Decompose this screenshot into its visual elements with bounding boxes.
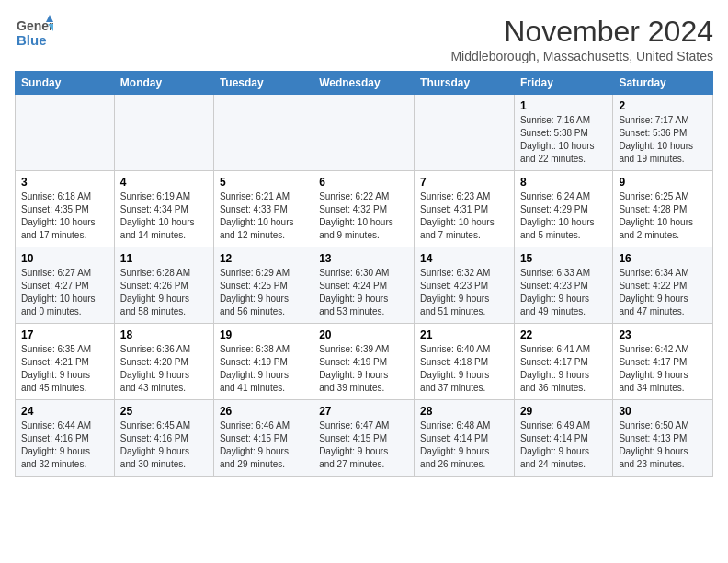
calendar-cell: 2Sunrise: 7:17 AM Sunset: 5:36 PM Daylig… [613,95,713,171]
day-number: 29 [520,405,607,418]
day-number: 16 [619,252,707,265]
day-number: 5 [220,176,307,189]
day-number: 19 [220,328,307,341]
calendar-cell: 18Sunrise: 6:36 AM Sunset: 4:20 PM Dayli… [114,324,213,400]
day-info: Sunrise: 7:17 AM Sunset: 5:36 PM Dayligh… [619,114,707,166]
day-number: 27 [319,405,408,418]
header: General Blue November 2024 Middleborough… [15,15,713,63]
day-info: Sunrise: 6:27 AM Sunset: 4:27 PM Dayligh… [21,267,108,318]
day-number: 11 [120,252,208,265]
calendar-cell: 19Sunrise: 6:38 AM Sunset: 4:19 PM Dayli… [213,324,313,400]
weekday-saturday: Saturday [613,72,713,95]
calendar-header: SundayMondayTuesdayWednesdayThursdayFrid… [16,72,713,95]
calendar-cell [114,95,213,171]
calendar-cell: 11Sunrise: 6:28 AM Sunset: 4:26 PM Dayli… [114,247,213,324]
calendar-cell: 27Sunrise: 6:47 AM Sunset: 4:15 PM Dayli… [313,400,415,477]
day-info: Sunrise: 6:29 AM Sunset: 4:25 PM Dayligh… [220,267,307,318]
day-number: 30 [619,405,707,418]
day-number: 2 [619,99,707,112]
day-number: 9 [619,176,707,189]
day-info: Sunrise: 6:44 AM Sunset: 4:16 PM Dayligh… [21,419,108,471]
calendar-cell: 23Sunrise: 6:42 AM Sunset: 4:17 PM Dayli… [613,324,713,400]
day-info: Sunrise: 6:19 AM Sunset: 4:34 PM Dayligh… [120,190,208,242]
calendar-cell: 15Sunrise: 6:33 AM Sunset: 4:23 PM Dayli… [514,247,612,324]
weekday-thursday: Thursday [415,72,515,95]
weekday-monday: Monday [114,72,213,95]
day-info: Sunrise: 6:28 AM Sunset: 4:26 PM Dayligh… [120,267,208,318]
calendar-cell: 1Sunrise: 7:16 AM Sunset: 5:38 PM Daylig… [514,95,612,171]
day-info: Sunrise: 6:50 AM Sunset: 4:13 PM Dayligh… [619,419,707,471]
day-info: Sunrise: 6:22 AM Sunset: 4:32 PM Dayligh… [319,190,408,242]
day-number: 14 [420,252,508,265]
week-row-2: 10Sunrise: 6:27 AM Sunset: 4:27 PM Dayli… [16,247,713,324]
day-info: Sunrise: 6:47 AM Sunset: 4:15 PM Dayligh… [319,419,408,471]
calendar-cell: 5Sunrise: 6:21 AM Sunset: 4:33 PM Daylig… [213,171,313,247]
calendar-cell: 28Sunrise: 6:48 AM Sunset: 4:14 PM Dayli… [415,400,515,477]
day-info: Sunrise: 6:33 AM Sunset: 4:23 PM Dayligh… [520,267,607,318]
day-info: Sunrise: 6:49 AM Sunset: 4:14 PM Dayligh… [520,419,607,471]
day-info: Sunrise: 6:42 AM Sunset: 4:17 PM Dayligh… [619,343,707,395]
day-info: Sunrise: 6:21 AM Sunset: 4:33 PM Dayligh… [220,190,307,242]
calendar-cell: 21Sunrise: 6:40 AM Sunset: 4:18 PM Dayli… [415,324,515,400]
weekday-friday: Friday [514,72,612,95]
calendar-cell: 14Sunrise: 6:32 AM Sunset: 4:23 PM Dayli… [415,247,515,324]
day-info: Sunrise: 6:38 AM Sunset: 4:19 PM Dayligh… [220,343,307,395]
day-number: 10 [21,252,108,265]
day-info: Sunrise: 6:18 AM Sunset: 4:35 PM Dayligh… [21,190,108,242]
day-number: 8 [520,176,607,189]
day-number: 25 [120,405,208,418]
day-number: 23 [619,328,707,341]
day-info: Sunrise: 6:41 AM Sunset: 4:17 PM Dayligh… [520,343,607,395]
weekday-header-row: SundayMondayTuesdayWednesdayThursdayFrid… [16,72,713,95]
calendar-body: 1Sunrise: 7:16 AM Sunset: 5:38 PM Daylig… [16,95,713,477]
day-info: Sunrise: 6:39 AM Sunset: 4:19 PM Dayligh… [319,343,408,395]
calendar-cell: 20Sunrise: 6:39 AM Sunset: 4:19 PM Dayli… [313,324,415,400]
logo: General Blue [15,15,53,50]
day-info: Sunrise: 6:40 AM Sunset: 4:18 PM Dayligh… [420,343,508,395]
weekday-tuesday: Tuesday [213,72,313,95]
calendar-cell: 30Sunrise: 6:50 AM Sunset: 4:13 PM Dayli… [613,400,713,477]
logo-icon: General Blue [15,15,53,50]
day-number: 20 [319,328,408,341]
day-number: 22 [520,328,607,341]
calendar-cell: 4Sunrise: 6:19 AM Sunset: 4:34 PM Daylig… [114,171,213,247]
day-info: Sunrise: 6:32 AM Sunset: 4:23 PM Dayligh… [420,267,508,318]
calendar-cell: 22Sunrise: 6:41 AM Sunset: 4:17 PM Dayli… [514,324,612,400]
calendar: SundayMondayTuesdayWednesdayThursdayFrid… [15,71,713,477]
calendar-cell: 3Sunrise: 6:18 AM Sunset: 4:35 PM Daylig… [16,171,115,247]
calendar-cell [16,95,115,171]
day-number: 24 [21,405,108,418]
week-row-4: 24Sunrise: 6:44 AM Sunset: 4:16 PM Dayli… [16,400,713,477]
day-number: 6 [319,176,408,189]
day-info: Sunrise: 7:16 AM Sunset: 5:38 PM Dayligh… [520,114,607,166]
week-row-3: 17Sunrise: 6:35 AM Sunset: 4:21 PM Dayli… [16,324,713,400]
calendar-cell [313,95,415,171]
calendar-cell: 17Sunrise: 6:35 AM Sunset: 4:21 PM Dayli… [16,324,115,400]
day-number: 28 [420,405,508,418]
calendar-cell: 9Sunrise: 6:25 AM Sunset: 4:28 PM Daylig… [613,171,713,247]
day-info: Sunrise: 6:30 AM Sunset: 4:24 PM Dayligh… [319,267,408,318]
calendar-cell: 26Sunrise: 6:46 AM Sunset: 4:15 PM Dayli… [213,400,313,477]
day-number: 21 [420,328,508,341]
day-number: 26 [220,405,307,418]
calendar-cell: 16Sunrise: 6:34 AM Sunset: 4:22 PM Dayli… [613,247,713,324]
calendar-cell [415,95,515,171]
calendar-cell: 6Sunrise: 6:22 AM Sunset: 4:32 PM Daylig… [313,171,415,247]
calendar-cell: 13Sunrise: 6:30 AM Sunset: 4:24 PM Dayli… [313,247,415,324]
day-info: Sunrise: 6:35 AM Sunset: 4:21 PM Dayligh… [21,343,108,395]
weekday-wednesday: Wednesday [313,72,415,95]
day-number: 1 [520,99,607,112]
svg-text:Blue: Blue [17,32,47,48]
calendar-cell: 7Sunrise: 6:23 AM Sunset: 4:31 PM Daylig… [415,171,515,247]
day-number: 18 [120,328,208,341]
weekday-sunday: Sunday [16,72,115,95]
calendar-cell: 24Sunrise: 6:44 AM Sunset: 4:16 PM Dayli… [16,400,115,477]
day-number: 7 [420,176,508,189]
day-number: 12 [220,252,307,265]
day-number: 15 [520,252,607,265]
calendar-cell: 10Sunrise: 6:27 AM Sunset: 4:27 PM Dayli… [16,247,115,324]
day-number: 13 [319,252,408,265]
subtitle: Middleborough, Massachusetts, United Sta… [450,49,713,63]
day-info: Sunrise: 6:48 AM Sunset: 4:14 PM Dayligh… [420,419,508,471]
day-info: Sunrise: 6:23 AM Sunset: 4:31 PM Dayligh… [420,190,508,242]
